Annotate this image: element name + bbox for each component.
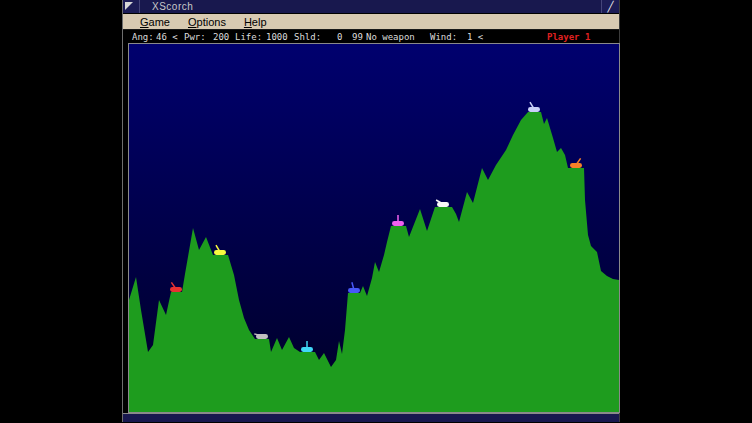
window-titlebar[interactable]: XScorch ╱ [123, 0, 619, 14]
resize-icon: ╱ [607, 1, 613, 12]
angle-value: 46 < [156, 32, 178, 42]
menu-game-label: ame [149, 16, 170, 28]
tank-body [392, 221, 404, 226]
shield-label: Shld: [294, 32, 321, 42]
menu-help[interactable]: Help [235, 14, 276, 30]
window-title: XScorch [140, 0, 601, 13]
weapon-name: No weapon [366, 32, 415, 42]
xscorch-window: XScorch ╱ Game Options Help Ang: 46 < Pw… [122, 0, 620, 422]
angle-label: Ang: [132, 32, 154, 42]
tank-red [170, 282, 182, 292]
statusbar: Ang: 46 < Pwr: 200 Life: 1000 Shld: 0 99… [123, 30, 619, 43]
wind-label: Wind: [430, 32, 457, 42]
menu-game-mnemonic: G [140, 16, 149, 28]
tank-lavender [528, 102, 540, 112]
window-menu-icon [125, 2, 133, 10]
menu-options-label: ptions [197, 16, 226, 28]
power-value: 200 [213, 32, 229, 42]
life-value: 1000 [266, 32, 288, 42]
tank-body [214, 250, 226, 255]
tank-orange [570, 158, 582, 168]
window-resize-button[interactable]: ╱ [601, 0, 619, 13]
tank-body [437, 202, 449, 207]
tank-gray [254, 334, 268, 339]
shield-value: 0 [337, 32, 342, 42]
menu-options[interactable]: Options [179, 14, 235, 30]
tank-body [301, 347, 313, 352]
tank-body [570, 163, 582, 168]
window-menu-button[interactable] [123, 0, 140, 13]
menu-help-label: elp [252, 16, 267, 28]
game-playfield[interactable] [128, 43, 620, 413]
tank-blue [348, 282, 360, 293]
power-label: Pwr: [184, 32, 206, 42]
current-player-badge: Player 1 [547, 32, 590, 42]
tank-magenta [392, 215, 404, 226]
terrain-canvas [129, 44, 619, 412]
menubar: Game Options Help [123, 14, 619, 30]
tank-body [256, 334, 268, 339]
menu-help-mnemonic: H [244, 16, 252, 28]
weapon-count: 99 [352, 32, 363, 42]
wind-value: 1 < [467, 32, 483, 42]
life-label: Life: [235, 32, 262, 42]
menu-options-mnemonic: O [188, 16, 197, 28]
tank-cyan [301, 341, 313, 352]
tank-yellow [214, 245, 226, 255]
tank-white [436, 200, 449, 207]
tank-body [348, 288, 360, 293]
window-bottom-frame[interactable] [123, 413, 619, 422]
terrain-polygon [129, 112, 619, 412]
menu-game[interactable]: Game [131, 14, 179, 30]
tank-body [528, 107, 540, 112]
desktop-background: XScorch ╱ Game Options Help Ang: 46 < Pw… [0, 0, 752, 423]
tank-body [170, 287, 182, 292]
